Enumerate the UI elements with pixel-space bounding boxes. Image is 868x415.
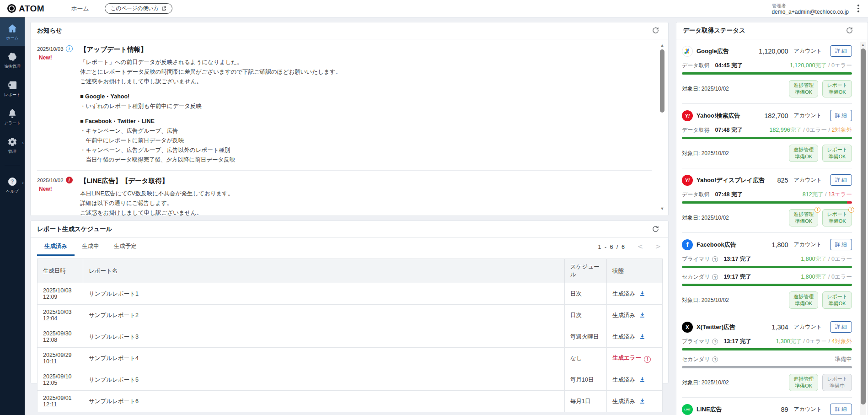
detail-button[interactable]: 詳細 xyxy=(830,239,852,250)
gear-icon xyxy=(7,137,17,147)
atom-logo[interactable]: ATOM xyxy=(7,4,44,14)
scrollbar-thumb[interactable] xyxy=(660,49,664,113)
status-text: 生成済み xyxy=(612,398,635,404)
refresh-icon[interactable] xyxy=(652,27,660,35)
cell-report-name: サンプルレポート1 xyxy=(83,283,565,305)
target-date: 対象日: 2025/10/02 xyxy=(682,214,729,222)
fetch-counts: 182,996完了 / 0エラー / 2対象外 xyxy=(769,126,852,134)
announcement-line: ご迷惑をお掛けしまして申し訳ございません。 xyxy=(80,77,652,86)
detail-button[interactable]: 詳細 xyxy=(830,110,852,121)
progress-segment-error xyxy=(847,201,852,204)
announcement-line: ・キャンペーン、広告グループ、広告 xyxy=(80,126,652,136)
sidebar-item-alert[interactable]: アラート xyxy=(0,103,25,131)
admin-account-info: 管理者 demo_a+admin@techloco.co.jp xyxy=(772,2,849,15)
sidebar-item-help[interactable]: ?›ヘルプ xyxy=(0,172,25,199)
column-header: 状態 xyxy=(607,259,663,283)
scroll-down-icon[interactable]: ▼ xyxy=(659,206,665,211)
progress-segment-done xyxy=(682,284,852,286)
download-icon[interactable] xyxy=(639,290,646,297)
account-count: 1,120,000 xyxy=(759,48,788,55)
help-icon[interactable]: ? xyxy=(712,339,718,345)
fetch-status-row: セカンダリ?19:17 完了1,800完了 / 0エラー xyxy=(682,273,852,281)
scrollbar-thumb[interactable] xyxy=(861,49,866,404)
nav-home-link[interactable]: ホーム xyxy=(71,5,89,13)
announcements-scrollbar[interactable]: ▲ ▼ xyxy=(659,43,665,211)
media-name: Facebook広告 xyxy=(697,241,736,249)
status-scrollbar[interactable]: ▲ ▼ xyxy=(860,42,866,415)
fetch-status-row: データ取得07:48 完了812完了 / 13エラー xyxy=(682,191,852,199)
readiness-badge: レポート準備OK! xyxy=(822,209,852,226)
cell-report-name: サンプルレポート3 xyxy=(83,326,565,348)
detail-button[interactable]: 詳細 xyxy=(830,174,852,186)
tab-scheduled[interactable]: 生成予定 xyxy=(107,238,144,256)
help-icon[interactable]: ? xyxy=(712,356,718,362)
pagination-range: 1 - 6 / 6 xyxy=(598,244,625,250)
help-icon[interactable]: ? xyxy=(712,274,718,280)
count-done: 812 xyxy=(803,191,812,198)
cell-status: 生成済み xyxy=(607,326,663,348)
readiness-badge: 進捗管理準備OK xyxy=(789,80,818,97)
svg-text:?: ? xyxy=(11,178,14,185)
refresh-icon[interactable] xyxy=(652,225,660,233)
cell-datetime: 2025/09/10 12:05 xyxy=(38,369,83,391)
sidebar-item-admin[interactable]: ›管理 xyxy=(0,132,25,159)
target-date: 対象日: 2025/10/02 xyxy=(682,296,729,304)
scroll-up-icon[interactable]: ▲ xyxy=(860,43,866,47)
cell-schedule: なし xyxy=(565,348,607,369)
fetch-status-row: セカンダリ?準備中 xyxy=(682,356,852,363)
sidebar-item-progress[interactable]: 進捗管理 xyxy=(0,47,25,74)
detail-button[interactable]: 詳細 xyxy=(830,321,852,333)
sidebar-item-home[interactable]: ホーム xyxy=(0,18,25,46)
table-row: 2025/09/01 12:11サンプルレポート6毎月1日生成済み xyxy=(38,391,663,412)
cell-report-name: サンプルレポート4 xyxy=(83,348,565,369)
announcements-title: お知らせ xyxy=(37,27,62,35)
yahoo-search-logo-icon: Y! xyxy=(682,110,693,121)
download-icon[interactable] xyxy=(639,333,646,340)
count-done: 1,300 xyxy=(776,338,790,345)
kebab-menu-icon[interactable] xyxy=(853,3,863,15)
tab-generated[interactable]: 生成済み xyxy=(37,238,75,256)
fetch-label: セカンダリ xyxy=(682,356,710,363)
announcement-item: 2025/10/02iNew!【LINE広告】【データ取得】本日LINE広告にて… xyxy=(37,170,652,216)
page-guide-button[interactable]: このページの使い方 xyxy=(105,3,172,14)
progress-bar xyxy=(682,201,852,204)
alert-icon xyxy=(7,108,17,119)
cell-report-name: サンプルレポート5 xyxy=(83,369,565,391)
status-card-x-twitter: XX(Twitter)広告1,304アカウント詳細プライマリ?13:17 完了1… xyxy=(682,315,852,398)
readiness-badge: レポート準備中 xyxy=(822,374,852,391)
count-error: 13 xyxy=(828,191,835,198)
refresh-icon[interactable] xyxy=(846,27,854,35)
progress-bar xyxy=(682,266,852,268)
tab-generating[interactable]: 生成中 xyxy=(75,238,107,256)
fetch-time: 07:48 完了 xyxy=(715,191,743,199)
download-icon[interactable] xyxy=(639,376,646,383)
table-row: 2025/09/10 12:05サンプルレポート5毎月10日生成済み xyxy=(38,369,663,391)
detail-button[interactable]: 詳細 xyxy=(830,404,852,415)
prev-page-icon[interactable]: < xyxy=(638,243,643,250)
readiness-badge: レポート準備OK xyxy=(822,80,852,97)
scroll-up-icon[interactable]: ▲ xyxy=(659,43,665,48)
announcement-line: ご迷惑をお掛けしまして申し訳ございません。 xyxy=(80,208,652,216)
sidebar-item-report[interactable]: レポート xyxy=(0,75,25,102)
cell-datetime: 2025/09/01 12:11 xyxy=(38,391,83,412)
cell-datetime: 2025/10/03 12:09 xyxy=(38,283,83,305)
column-header: レポート名 xyxy=(83,259,565,283)
report-schedule-title: レポート生成スケジュール xyxy=(37,225,113,233)
cell-status: 生成済み xyxy=(607,305,663,326)
announcement-item: 2025/10/03iNew!【アップデート情報】「レポート」への前日データが反… xyxy=(37,39,652,170)
download-icon[interactable] xyxy=(639,312,646,318)
count-muted: 0エラー xyxy=(831,274,852,280)
download-icon[interactable] xyxy=(639,398,646,404)
pagination: 1 - 6 / 6 < > xyxy=(598,238,661,256)
readiness-badge: 進捗管理準備OK xyxy=(789,374,818,391)
next-page-icon[interactable]: > xyxy=(655,243,661,250)
atom-logo-icon xyxy=(7,4,16,13)
status-text: 生成済み xyxy=(612,312,635,318)
fetch-counts: 1,800完了 / 0エラー xyxy=(801,255,852,263)
help-icon[interactable]: ? xyxy=(712,256,718,262)
media-name: Yahoo!検索広告 xyxy=(697,112,740,120)
count-muted: 0エラー xyxy=(831,62,852,69)
fetch-time: 13:17 完了 xyxy=(723,255,751,263)
detail-button[interactable]: 詳細 xyxy=(830,45,852,57)
sidebar-item-label: ホーム xyxy=(6,35,18,41)
